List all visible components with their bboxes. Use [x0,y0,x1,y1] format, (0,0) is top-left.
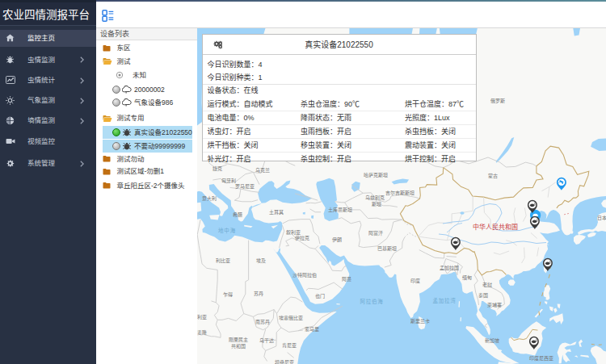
svg-text:哈萨克斯坦: 哈萨克斯坦 [364,172,388,178]
svg-text:土耳其: 土耳其 [269,209,284,215]
svg-text:印度: 印度 [410,278,420,284]
svg-text:吉尔吉斯斯坦: 吉尔吉斯斯坦 [385,190,415,196]
svg-text:苏丹: 苏丹 [254,291,263,297]
svg-text:利比亚: 利比亚 [216,257,230,264]
svg-text:阿曼: 阿曼 [342,276,351,282]
svg-text:希腊: 希腊 [233,211,242,218]
svg-text:坦桑尼亚: 坦桑尼亚 [275,359,294,364]
svg-text:尼日利亚: 尼日利亚 [197,314,207,320]
svg-text:阿拉伯海: 阿拉伯海 [360,298,383,305]
svg-text:土库曼斯坦: 土库曼斯坦 [328,207,352,213]
svg-text:泰国: 泰国 [478,292,488,299]
svg-text:捷克: 捷克 [213,165,222,172]
svg-text:也门: 也门 [315,293,325,299]
svg-text:罗马尼亚: 罗马尼亚 [235,183,255,190]
svg-text:俄罗斯: 俄罗斯 [490,98,505,104]
svg-text:伊朗: 伊朗 [332,236,342,243]
svg-text:阿富汗: 阿富汗 [368,230,383,236]
svg-text:共和国: 共和国 [231,343,246,349]
svg-text:埃及: 埃及 [256,257,266,264]
svg-text:孟加拉国: 孟加拉国 [440,265,459,271]
svg-text:索马里: 索马里 [305,326,319,333]
svg-text:地中海: 地中海 [218,227,236,234]
svg-text:斯里兰卡: 斯里兰卡 [410,318,430,324]
svg-text:伊拉克: 伊拉克 [295,235,309,241]
svg-text:乌克兰: 乌克兰 [255,167,270,174]
svg-text:新加坡: 新加坡 [485,337,499,344]
svg-text:匈牙利: 匈牙利 [221,178,236,184]
svg-text:南苏丹: 南苏丹 [255,319,270,325]
svg-text:意大利: 意大利 [202,195,217,202]
svg-text:叙利亚: 叙利亚 [286,229,301,236]
svg-text:柬埔寨: 柬埔寨 [487,302,502,308]
svg-text:巴基斯坦: 巴基斯坦 [377,245,397,252]
svg-text:斯坦: 斯坦 [372,201,381,207]
svg-text:日本: 日本 [597,215,606,221]
svg-text:老挝: 老挝 [482,282,492,288]
svg-text:蒙古: 蒙古 [488,173,498,179]
svg-text:沙特阿拉伯: 沙特阿拉伯 [292,272,317,278]
svg-text:喀麦隆: 喀麦隆 [197,329,207,336]
svg-text:乌兹别克: 乌兹别克 [365,195,385,201]
svg-text:埃塞俄比亚: 埃塞俄比亚 [279,315,303,321]
svg-text:乍得: 乍得 [223,291,233,298]
svg-text:肯尼亚: 肯尼亚 [282,342,297,349]
svg-text:缅甸: 缅甸 [462,274,472,281]
svg-text:印度尼西亚: 印度尼西亚 [529,355,553,362]
svg-text:乌干达: 乌干达 [259,337,274,344]
svg-text:中华人民共和国: 中华人民共和国 [473,223,518,231]
svg-text:刚果民主: 刚果民主 [229,337,248,343]
svg-text:孟加拉湾: 孟加拉湾 [432,297,456,304]
